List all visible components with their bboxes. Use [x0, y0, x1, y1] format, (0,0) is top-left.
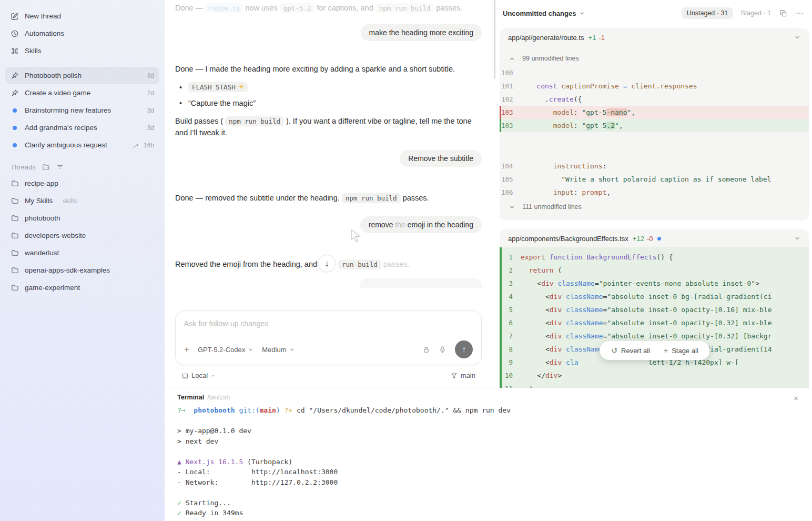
- diff-line-added: 1export function BackgroundEffects() {: [502, 251, 809, 264]
- sidebar-item-label: New thread: [25, 12, 61, 20]
- chat-input[interactable]: [184, 319, 473, 328]
- line-number: 5: [502, 306, 521, 314]
- sidebar-item-openai-apps-sdk-examples[interactable]: openai-apps-sdk-examples: [5, 262, 159, 279]
- scroll-to-bottom-button[interactable]: ↓: [318, 255, 336, 272]
- close-icon[interactable]: ×: [794, 394, 798, 403]
- collapse-unmodified-bottom[interactable]: 111 unmodified lines: [500, 199, 809, 215]
- sidebar-item-brainstorming[interactable]: Brainstorming new features 3d: [5, 102, 159, 119]
- branch-indicator[interactable]: main: [451, 372, 475, 379]
- collapse-unmodified-top[interactable]: 99 unmodified lines: [500, 51, 809, 66]
- code-token: ,: [606, 188, 611, 196]
- message-text: remove: [369, 221, 395, 229]
- revert-all-button[interactable]: ↺ Revert all: [611, 346, 650, 355]
- diff-panel-header: Uncommitted changes Unstaged · 31 Staged…: [503, 5, 804, 21]
- filter-icon[interactable]: [56, 163, 64, 171]
- app-window: New thread Automations Skills Photobooth…: [0, 0, 812, 521]
- folder-plus-icon[interactable]: [42, 163, 50, 171]
- code-token: div: [550, 293, 562, 300]
- terminal-line: [177, 417, 799, 427]
- hunk-gap: [500, 132, 809, 159]
- sidebar-item-photobooth-polish[interactable]: Photobooth polish 3d: [5, 67, 159, 84]
- changes-dropdown[interactable]: Uncommitted changes: [503, 9, 585, 17]
- effort-selector[interactable]: Medium: [262, 346, 295, 354]
- assistant-message: Done — removed the subtitle under the he…: [175, 192, 482, 204]
- code-token: "gpt-5: [582, 122, 606, 129]
- stage-all-button[interactable]: + Stage all: [664, 346, 698, 355]
- copy-icon[interactable]: [779, 9, 787, 17]
- code-token: () {: [656, 253, 673, 261]
- unread-dot-icon: [11, 124, 19, 132]
- sparkle-icon: [238, 83, 244, 91]
- network-url: http://127.0.2.2:3000: [251, 478, 338, 486]
- prompt-git: git:(: [239, 406, 259, 414]
- line-number: 103: [501, 108, 520, 116]
- lock-icon[interactable]: [422, 346, 430, 354]
- code-token: className: [566, 345, 603, 353]
- prompt-command: cd "/Users/dkundel/code/photobooth/." &&…: [292, 406, 511, 414]
- diff-file-header[interactable]: app/api/generate/route.ts +1 -1: [500, 28, 809, 46]
- code-token: div: [550, 345, 562, 353]
- diff-line: 100: [500, 66, 809, 79]
- line-number: 100: [501, 69, 520, 77]
- line-number: 106: [501, 188, 520, 196]
- line-number: 105: [501, 175, 520, 183]
- folder-icon: [11, 232, 19, 240]
- sidebar-item-photobooth[interactable]: photobooth: [5, 209, 159, 227]
- terminal-header: Terminal/bin/zsh: [177, 394, 799, 401]
- network-label: - Network:: [177, 478, 251, 486]
- sidebar-item-grandma-recipes[interactable]: Add grandma's recipes 3d: [5, 119, 159, 136]
- folder-icon: [11, 179, 19, 188]
- diff-line-added: 3 <div className="pointer-events-none ab…: [502, 277, 809, 290]
- model-selector[interactable]: GPT-5.2-Codex: [198, 346, 253, 354]
- sidebar-item-developers-website[interactable]: developers-website: [5, 227, 159, 244]
- microphone-icon[interactable]: [439, 346, 446, 354]
- code-token: ",: [627, 108, 636, 116]
- code-token: [520, 162, 553, 170]
- prompt-dir: photobooth: [186, 406, 239, 414]
- sidebar-item-game-experiment[interactable]: game-experiment: [5, 279, 159, 296]
- code-token: [562, 306, 566, 314]
- bullet-icon: •: [179, 83, 182, 92]
- diff-file-header[interactable]: app/components/BackgroundEffects.tsx +12…: [500, 229, 809, 247]
- file-link-chip[interactable]: route.ts: [205, 3, 243, 13]
- message-text: Build passes (: [175, 117, 225, 125]
- clock-icon: [11, 29, 19, 38]
- sidebar-item-label: openai-apps-sdk-examples: [25, 266, 110, 274]
- environment-row: Local main: [175, 372, 482, 379]
- list-item: • FLASH STASH: [175, 82, 482, 92]
- code-token: =: [603, 319, 607, 327]
- environment-selector[interactable]: Local: [181, 372, 216, 379]
- send-button[interactable]: ↑: [455, 340, 473, 358]
- chat-scrollbar[interactable]: [494, 0, 495, 79]
- sidebar-item-create-video-game[interactable]: Create a video game 2d: [5, 84, 159, 102]
- diff-file-body: 1export function BackgroundEffects() { 2…: [500, 247, 809, 388]
- sidebar-item-automations[interactable]: Automations: [5, 25, 159, 42]
- attach-plus-icon[interactable]: +: [184, 344, 189, 355]
- message-text-faded: the: [395, 221, 405, 229]
- tab-unstaged[interactable]: Unstaged · 31: [682, 7, 734, 19]
- collapse-label: 111 unmodified lines: [522, 203, 582, 211]
- sidebar-item-my-skills[interactable]: My Skills skills: [5, 192, 159, 209]
- sidebar-item-label: Add grandma's recipes: [25, 124, 97, 132]
- sidebar-item-skills[interactable]: Skills: [5, 42, 159, 59]
- code-chip: npm run build: [375, 3, 434, 13]
- sidebar-item-label: My Skills: [25, 197, 53, 205]
- check-icon: ✓: [177, 509, 186, 517]
- code-token-removed-highlight: -nano: [606, 108, 627, 116]
- tab-staged[interactable]: Staged · 1: [740, 9, 771, 17]
- sidebar-item-wanderlust[interactable]: wanderlust: [5, 244, 159, 262]
- plus-icon: +: [664, 346, 668, 355]
- code-token: className: [557, 279, 594, 287]
- more-icon[interactable]: ⋯: [796, 8, 804, 18]
- sidebar-item-recipe-app[interactable]: recipe-app: [5, 175, 159, 192]
- code-token: =: [595, 279, 599, 287]
- diff-line-added: 10 </div>: [502, 369, 809, 382]
- chat-input-card[interactable]: + GPT-5.2-Codex Medium: [175, 310, 482, 365]
- unread-dot-icon: [11, 106, 19, 115]
- sidebar-item-new-thread[interactable]: New thread: [5, 7, 159, 25]
- code-token: model: [553, 108, 574, 116]
- sidebar-item-label: Create a video game: [25, 89, 90, 97]
- prompt-git-close: ): [276, 406, 280, 414]
- sidebar-item-clarify-request[interactable]: Clarify ambiguous request 16h: [5, 136, 159, 154]
- terminal-line: - Local: http://localhost:3000: [177, 468, 799, 478]
